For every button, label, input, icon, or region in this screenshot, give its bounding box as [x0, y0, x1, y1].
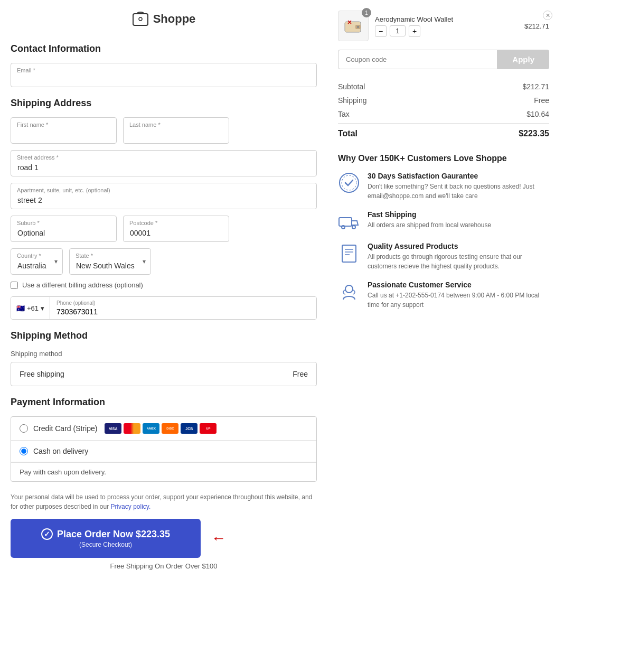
- svg-point-4: [357, 26, 359, 28]
- apply-coupon-button[interactable]: Apply: [497, 50, 549, 69]
- fast-shipping-desc: All orders are shipped from local wareho…: [368, 220, 491, 230]
- svg-point-7: [340, 173, 359, 192]
- arrow-indicator: ←: [211, 530, 226, 547]
- place-order-button[interactable]: ✓ Place Order Now $223.35 (Secure Checko…: [11, 519, 201, 558]
- quality-icon: [338, 242, 360, 264]
- payment-options: Credit Card (Stripe) VISA AMEX DISC JCB …: [11, 416, 317, 482]
- country-select[interactable]: Australia: [11, 248, 63, 275]
- street-address-field: Street address * road 1: [11, 150, 317, 176]
- coupon-input[interactable]: [338, 50, 497, 69]
- billing-checkbox[interactable]: [11, 282, 18, 289]
- product-price: $212.71: [524, 22, 549, 30]
- billing-checkbox-row: Use a different billing address (optiona…: [11, 281, 317, 289]
- cash-description: Pay with cash upon delivery.: [11, 462, 316, 481]
- quality-heading: Quality Assured Products: [368, 242, 549, 250]
- product-name: Aerodynamic Wool Wallet: [375, 15, 518, 23]
- shipping-address-title: Shipping Address: [11, 98, 317, 109]
- email-input[interactable]: [11, 63, 317, 87]
- cash-option[interactable]: Cash on delivery: [11, 441, 316, 462]
- email-field: Email *: [11, 63, 317, 87]
- tax-value: $10.64: [526, 110, 549, 118]
- privacy-link[interactable]: Privacy policy.: [110, 503, 150, 510]
- coupon-row: Apply: [338, 50, 549, 69]
- shipping-method-price: Free: [293, 370, 308, 378]
- street-input[interactable]: road 1: [11, 150, 317, 176]
- order-button-wrapper: ✓ Place Order Now $223.35 (Secure Checko…: [11, 519, 317, 570]
- quality-desc: All products go through rigorous testing…: [368, 252, 549, 271]
- credit-card-label[interactable]: Credit Card (Stripe): [33, 424, 97, 433]
- apt-input[interactable]: [11, 183, 317, 209]
- au-flag-icon: 🇦🇺: [16, 304, 25, 312]
- features-title: Why Over 150K+ Customers Love Shoppe: [338, 154, 549, 163]
- qty-input[interactable]: [390, 25, 406, 36]
- tax-label: Tax: [338, 110, 350, 118]
- state-select[interactable]: New South Wales: [69, 248, 151, 275]
- credit-card-radio[interactable]: [20, 424, 28, 433]
- total-value: $223.35: [519, 129, 549, 138]
- quantity-controls: − +: [375, 25, 518, 37]
- feature-shipping: Fast Shipping All orders are shipped fro…: [338, 210, 549, 232]
- tax-row: Tax $10.64: [338, 107, 549, 121]
- cash-radio[interactable]: [20, 447, 28, 455]
- total-row: Total $223.35: [338, 123, 549, 141]
- cart-item: 1 Aerodynamic Wool Wallet − +: [338, 11, 549, 41]
- first-name-input[interactable]: [11, 117, 117, 144]
- shipping-label: Shipping: [338, 96, 367, 105]
- shipping-icon: [338, 210, 360, 232]
- subtotal-label: Subtotal: [338, 82, 365, 91]
- remove-item-button[interactable]: ✕: [543, 11, 552, 20]
- shipping-method-box: Free shipping Free: [11, 362, 317, 386]
- subtotal-row: Subtotal $212.71: [338, 80, 549, 94]
- privacy-note: Your personal data will be used to proce…: [11, 492, 317, 511]
- checkmark-icon: ✓: [41, 528, 53, 540]
- state-field: State * New South Wales: [69, 248, 151, 275]
- contact-title: Contact Information: [11, 43, 317, 54]
- qty-decrease-button[interactable]: −: [375, 25, 387, 37]
- satisfaction-desc: Don't like something? Sent it back no qu…: [368, 182, 549, 201]
- visa-icon: VISA: [105, 423, 121, 434]
- apt-field: Apartment, suite, unit, etc. (optional): [11, 183, 317, 209]
- subtotal-value: $212.71: [522, 82, 549, 91]
- card-icons: VISA AMEX DISC JCB UP: [105, 423, 217, 434]
- svg-rect-9: [339, 218, 352, 226]
- svg-rect-0: [133, 14, 148, 25]
- phone-field: 🇦🇺 +61 ▾ Phone (optional): [11, 296, 317, 320]
- mastercard-icon: [124, 423, 140, 434]
- amex-icon: AMEX: [143, 423, 159, 434]
- customer-service-icon: [338, 281, 360, 303]
- free-shipping-note: Free Shipping On Order Over $100: [110, 562, 217, 570]
- phone-country-selector[interactable]: 🇦🇺 +61 ▾: [11, 297, 50, 319]
- total-label: Total: [338, 129, 357, 138]
- svg-point-11: [352, 226, 355, 229]
- shipping-row: Shipping Free: [338, 94, 549, 107]
- cart-badge: 1: [362, 8, 371, 17]
- shipping-method-label: Shipping method: [11, 350, 317, 358]
- svg-rect-12: [342, 245, 356, 262]
- svg-point-1: [139, 17, 142, 21]
- first-name-field: First name *: [11, 117, 117, 144]
- postcode-field: Postcode *: [123, 216, 229, 242]
- feature-quality: Quality Assured Products All products go…: [338, 242, 549, 271]
- last-name-input[interactable]: [123, 117, 229, 144]
- jcb-icon: JCB: [181, 423, 197, 434]
- discover-icon: DISC: [162, 423, 178, 434]
- payment-title: Payment Information: [11, 397, 317, 408]
- customer-service-heading: Passionate Customer Service: [368, 281, 549, 289]
- logo-icon: [132, 11, 149, 27]
- fast-shipping-heading: Fast Shipping: [368, 210, 491, 219]
- cash-label[interactable]: Cash on delivery: [33, 447, 88, 455]
- phone-code: +61: [27, 304, 39, 312]
- credit-card-option[interactable]: Credit Card (Stripe) VISA AMEX DISC JCB …: [11, 417, 316, 441]
- country-field: Country * Australia: [11, 248, 63, 275]
- svg-point-8: [342, 175, 356, 190]
- qty-increase-button[interactable]: +: [409, 25, 420, 37]
- satisfaction-heading: 30 Days Satisfaction Gaurantee: [368, 172, 549, 180]
- wallet-product-image: [344, 16, 363, 35]
- billing-label[interactable]: Use a different billing address (optiona…: [22, 281, 143, 289]
- last-name-field: Last name *: [123, 117, 229, 144]
- suburb-input[interactable]: [11, 216, 117, 242]
- unionpay-icon: UP: [200, 423, 217, 434]
- postcode-input[interactable]: [123, 216, 229, 242]
- secure-checkout-label: (Secure Checkout): [79, 541, 132, 548]
- place-order-label: Place Order Now $223.35: [57, 529, 170, 540]
